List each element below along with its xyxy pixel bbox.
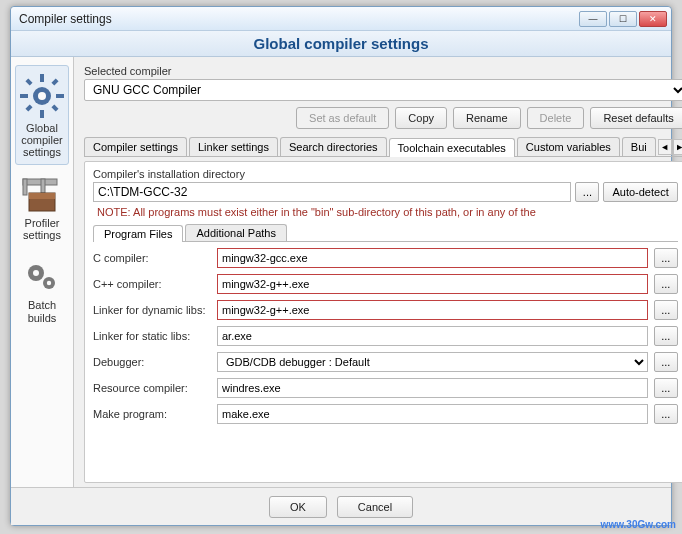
debugger-select[interactable]: GDB/CDB debugger : Default <box>217 352 648 372</box>
svg-point-16 <box>33 270 39 276</box>
page-title: Global compiler settings <box>11 31 671 57</box>
set-default-button[interactable]: Set as default <box>296 107 389 129</box>
caliper-box-icon <box>17 175 67 215</box>
install-dir-input[interactable] <box>93 182 571 202</box>
make-label: Make program: <box>93 408 211 420</box>
rc-input[interactable] <box>217 378 648 398</box>
tab-custom-variables[interactable]: Custom variables <box>517 137 620 156</box>
svg-rect-2 <box>40 74 44 82</box>
sidebar-item-label: Global compiler settings <box>18 122 66 158</box>
delete-button[interactable]: Delete <box>527 107 585 129</box>
svg-rect-10 <box>23 179 57 185</box>
gears-icon <box>17 257 67 297</box>
window-controls: — ☐ ✕ <box>579 11 667 27</box>
settings-window: Compiler settings — ☐ ✕ Global compiler … <box>10 6 672 526</box>
linker-dyn-input[interactable] <box>217 300 648 320</box>
compiler-actions: Set as default Copy Rename Delete Reset … <box>84 107 682 129</box>
titlebar: Compiler settings — ☐ ✕ <box>11 7 671 31</box>
copy-button[interactable]: Copy <box>395 107 447 129</box>
svg-rect-14 <box>29 193 55 199</box>
install-note: NOTE: All programs must exist either in … <box>97 206 678 218</box>
linker-static-input[interactable] <box>217 326 648 346</box>
make-input[interactable] <box>217 404 648 424</box>
tab-scroll-right[interactable]: ► <box>673 139 682 155</box>
svg-rect-4 <box>20 94 28 98</box>
subtab-additional-paths[interactable]: Additional Paths <box>185 224 287 241</box>
sidebar-item-profiler[interactable]: Profiler settings <box>15 169 69 247</box>
minimize-button[interactable]: — <box>579 11 607 27</box>
compiler-select[interactable]: GNU GCC Compiler <box>84 79 682 101</box>
dialog-footer: OK Cancel <box>11 487 671 525</box>
svg-point-1 <box>38 92 46 100</box>
svg-rect-8 <box>51 78 58 85</box>
close-button[interactable]: ✕ <box>639 11 667 27</box>
debugger-browse[interactable]: ... <box>654 352 678 372</box>
settings-tabs: Compiler settings Linker settings Search… <box>84 137 682 157</box>
linker-static-browse[interactable]: ... <box>654 326 678 346</box>
cpp-compiler-label: C++ compiler: <box>93 278 211 290</box>
debugger-label: Debugger: <box>93 356 211 368</box>
tab-scroll-left[interactable]: ◄ <box>658 139 672 155</box>
svg-rect-9 <box>25 104 32 111</box>
selected-compiler-label: Selected compiler <box>84 65 682 77</box>
cpp-compiler-input[interactable] <box>217 274 648 294</box>
toolchain-panel: Compiler's installation directory ... Au… <box>84 161 682 483</box>
browse-button[interactable]: ... <box>575 182 599 202</box>
autodetect-button[interactable]: Auto-detect <box>603 182 677 202</box>
svg-rect-11 <box>23 179 27 195</box>
cancel-button[interactable]: Cancel <box>337 496 413 518</box>
linker-static-label: Linker for static libs: <box>93 330 211 342</box>
rc-label: Resource compiler: <box>93 382 211 394</box>
tab-compiler-settings[interactable]: Compiler settings <box>84 137 187 156</box>
svg-rect-5 <box>56 94 64 98</box>
svg-point-18 <box>47 281 51 285</box>
watermark: www.30Gw.com <box>601 519 676 530</box>
tab-toolchain-executables[interactable]: Toolchain executables <box>389 138 515 157</box>
rc-browse[interactable]: ... <box>654 378 678 398</box>
reset-defaults-button[interactable]: Reset defaults <box>590 107 682 129</box>
tab-build-options[interactable]: Bui <box>622 137 656 156</box>
sidebar-item-global-compiler[interactable]: Global compiler settings <box>15 65 69 165</box>
c-compiler-label: C compiler: <box>93 252 211 264</box>
svg-rect-3 <box>40 110 44 118</box>
main-panel: Selected compiler GNU GCC Compiler Set a… <box>74 57 682 487</box>
tab-search-directories[interactable]: Search directories <box>280 137 387 156</box>
window-title: Compiler settings <box>15 12 579 26</box>
tab-linker-settings[interactable]: Linker settings <box>189 137 278 156</box>
c-compiler-browse[interactable]: ... <box>654 248 678 268</box>
svg-rect-6 <box>25 78 32 85</box>
subtab-program-files[interactable]: Program Files <box>93 225 183 242</box>
ok-button[interactable]: OK <box>269 496 327 518</box>
cpp-compiler-browse[interactable]: ... <box>654 274 678 294</box>
rename-button[interactable]: Rename <box>453 107 521 129</box>
linker-dyn-browse[interactable]: ... <box>654 300 678 320</box>
sidebar-item-batch[interactable]: Batch builds <box>15 251 69 329</box>
linker-dyn-label: Linker for dynamic libs: <box>93 304 211 316</box>
sidebar-item-label: Batch builds <box>17 299 67 323</box>
sidebar: Global compiler settings Profiler settin… <box>11 57 74 487</box>
tab-scroll: ◄ ► <box>658 137 682 156</box>
program-subtabs: Program Files Additional Paths <box>93 224 678 242</box>
maximize-button[interactable]: ☐ <box>609 11 637 27</box>
install-dir-label: Compiler's installation directory <box>93 168 678 180</box>
svg-rect-12 <box>41 179 45 193</box>
gear-icon <box>18 72 66 120</box>
make-browse[interactable]: ... <box>654 404 678 424</box>
svg-rect-7 <box>51 104 58 111</box>
c-compiler-input[interactable] <box>217 248 648 268</box>
sidebar-item-label: Profiler settings <box>17 217 67 241</box>
